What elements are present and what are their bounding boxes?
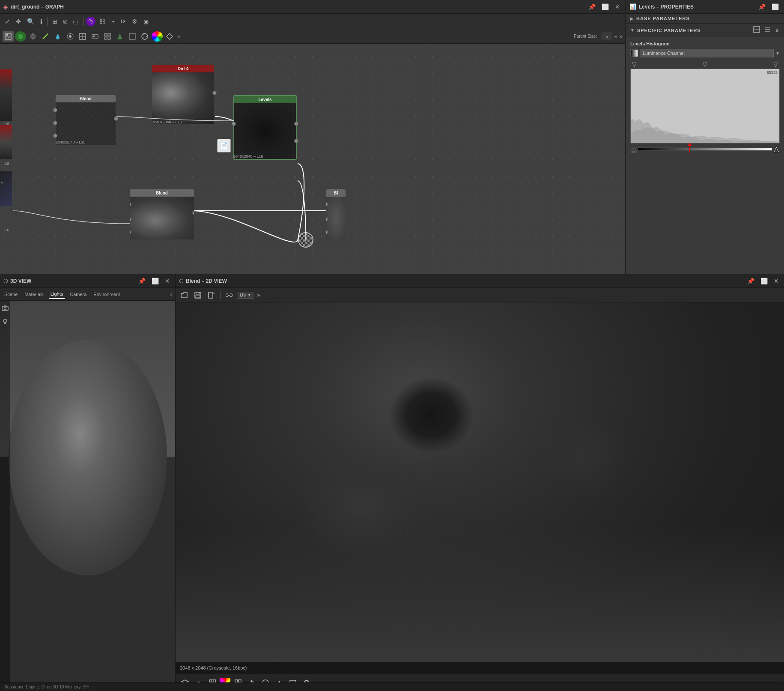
blend1-port-in-1[interactable] [53, 108, 57, 112]
zoom-tool[interactable]: 🔍 [25, 17, 36, 26]
tab-lights[interactable]: Lights [49, 290, 65, 299]
view2d-pin-btn[interactable]: 📌 [745, 277, 756, 285]
blend2-node[interactable]: Blend [130, 189, 194, 239]
view3d-tabs-more[interactable]: » [170, 291, 173, 297]
slider-track[interactable] [638, 147, 772, 151]
checker-icon[interactable] [298, 232, 313, 248]
view3d-max-btn[interactable]: ⬜ [150, 277, 161, 285]
view2d-close-btn[interactable]: ✕ [772, 277, 781, 285]
status-bar: Substance Engine: Direct3D 10 Memory: 3% [0, 682, 784, 691]
top-slider-row: ▽ ▽ ▽ [630, 61, 780, 68]
levels-port-out-1[interactable] [294, 122, 298, 126]
tree-nodes-btn[interactable] [114, 31, 125, 42]
pin-active-btn[interactable] [164, 31, 175, 42]
close-button[interactable]: ✕ [613, 3, 622, 11]
info-tool[interactable]: ℹ [38, 17, 45, 26]
bottom-slider-black[interactable]: △ [631, 145, 636, 153]
top-slider-right[interactable]: ▽ [773, 61, 778, 68]
graph-icon: ◈ [3, 3, 8, 10]
tile-nodes-btn[interactable] [102, 31, 113, 42]
view2d-content[interactable]: 2048 x 2048 (Grayscale, 16bpc) [176, 302, 784, 674]
dirt4-port-out[interactable] [212, 91, 217, 95]
left-preview-3 [0, 171, 12, 206]
line-tool-btn[interactable] [40, 31, 51, 42]
parent-size-value-btn[interactable]: » [602, 33, 612, 40]
tab-scene[interactable]: Scene [3, 290, 19, 299]
tab-materials[interactable]: Materials [23, 290, 45, 299]
props-view-btn-3[interactable]: ≡ [774, 26, 780, 35]
blend1-port-out[interactable] [114, 117, 118, 121]
view3d-content[interactable] [0, 301, 175, 691]
preview2-label: .16 [0, 162, 13, 166]
levels-node[interactable]: Levels [233, 95, 297, 160]
blend1-port-in-2[interactable] [53, 121, 57, 125]
props-view-btn-2[interactable] [763, 26, 772, 35]
maximize-button[interactable]: ⬜ [600, 3, 611, 11]
specific-params-arrow: ▼ [630, 28, 635, 33]
props-view-btn-1[interactable] [752, 26, 761, 35]
blend1-port-in-3[interactable] [53, 134, 57, 138]
view-tool[interactable]: ◉ [141, 17, 151, 26]
uv-dropdown[interactable]: UV ▼ [237, 292, 254, 299]
filter-nodes-btn[interactable] [89, 31, 101, 42]
levels-port-in[interactable] [232, 122, 236, 126]
export-tool[interactable]: ⬚ [71, 17, 80, 26]
shape-nodes-btn[interactable] [77, 31, 88, 42]
view2d-link-btn[interactable] [223, 290, 235, 301]
blend-node-1[interactable]: Blend [56, 95, 116, 145]
sphere-nodes-btn[interactable] [139, 31, 150, 42]
fit-tool[interactable]: ⊞ [50, 17, 60, 26]
view2d-max-btn[interactable]: ⬜ [759, 277, 769, 285]
render-tool[interactable]: ⚙ [130, 17, 140, 26]
time-tool[interactable]: ⟳ [119, 17, 128, 26]
tab-camera[interactable]: Camera [68, 290, 88, 299]
drop-nodes-btn[interactable] [52, 31, 63, 42]
dirt4-preview [152, 72, 214, 124]
view3d-light-btn[interactable] [1, 317, 9, 327]
image-nodes-btn[interactable] [3, 31, 14, 42]
edit-tool[interactable]: ⛓ [97, 17, 107, 26]
view2d-save-btn[interactable] [192, 290, 204, 301]
top-slider-mid[interactable]: ▽ [703, 61, 707, 68]
noise-nodes-btn[interactable] [27, 31, 39, 42]
color-nodes-btn[interactable] [15, 31, 26, 42]
base-params-arrow: ▶ [630, 16, 634, 21]
python-tool[interactable]: Py [86, 17, 95, 26]
bottom-slider-white[interactable]: △ [774, 145, 779, 153]
graph-canvas[interactable]: S .16 .16 .16 Blend 2048x2048 – L16 Dirt… [0, 44, 625, 274]
extra-nodes-btn-2[interactable] [152, 31, 163, 42]
extract-tool[interactable]: ⎚ [61, 17, 69, 26]
view3d-camera-btn[interactable] [1, 304, 9, 313]
base-params-header[interactable]: ▶ BASE PARAMETERS [626, 14, 784, 23]
subtoolbar-more-btn[interactable]: » [177, 33, 180, 39]
base-params-title: BASE PARAMETERS [636, 16, 690, 21]
curve-tool[interactable]: ⌁ [109, 17, 117, 26]
view2d-icon: ⬡ [179, 278, 183, 284]
brush-nodes-btn[interactable] [65, 31, 76, 42]
props-pin-button[interactable]: 📌 [757, 3, 767, 11]
pin-button[interactable]: 📌 [587, 3, 597, 11]
levels-port-out-2[interactable] [294, 139, 298, 143]
top-slider-left[interactable]: ▽ [632, 61, 637, 68]
view2d-folder-btn[interactable] [178, 290, 190, 301]
pan-tool[interactable]: ✥ [14, 17, 23, 26]
blend2-preview [130, 197, 194, 239]
svg-marker-22 [167, 33, 173, 39]
props-maximize-button[interactable]: ⬜ [770, 3, 781, 11]
blend2-port-out[interactable] [192, 211, 194, 215]
graph-subtoolbar: » Parent Size: » » » [0, 29, 625, 44]
extra-nodes-btn-1[interactable] [127, 31, 138, 42]
view3d-pin-btn[interactable]: 📌 [137, 277, 147, 285]
copy-icon[interactable]: 📄 [217, 139, 231, 153]
channel-select[interactable]: Luminance Channel Red Channel Green Chan… [640, 49, 774, 57]
view2d-export-btn[interactable] [206, 290, 218, 301]
toolbar-overflow-btn[interactable]: » [614, 33, 617, 39]
view3d-close-btn[interactable]: ✕ [163, 277, 172, 285]
toolbar-overflow-btn2[interactable]: » [620, 33, 623, 39]
dirt4-node[interactable]: Dirt 4 [152, 65, 214, 124]
specific-params-header[interactable]: ▼ SPECIFIC PARAMETERS ≡ [626, 24, 784, 37]
view2d-more-btn[interactable]: » [257, 292, 260, 298]
move-tool[interactable]: ⤢ [3, 17, 12, 26]
blend3-node[interactable]: Bl [326, 189, 346, 239]
tab-environment[interactable]: Environment [92, 290, 122, 299]
